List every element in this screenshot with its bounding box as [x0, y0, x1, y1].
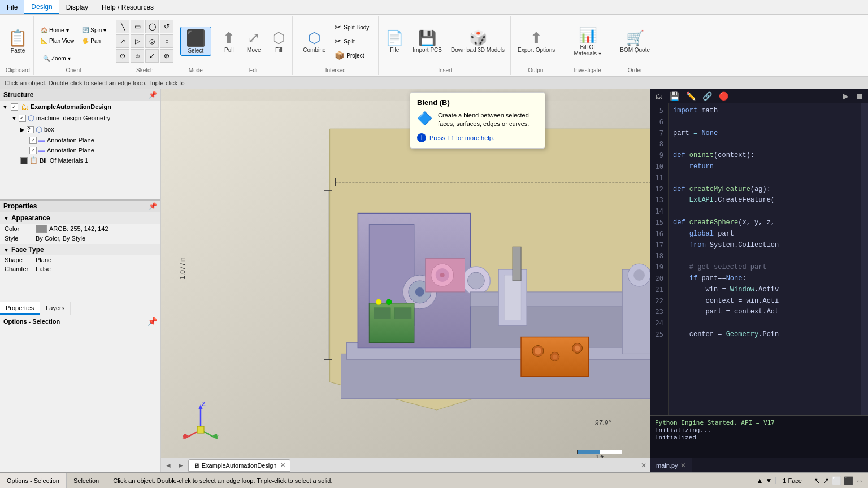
- face-type-expand-icon: ▼: [3, 247, 9, 253]
- sketch-tool-8[interactable]: ↕: [160, 34, 173, 48]
- shape-value: Plane: [36, 256, 51, 263]
- home-button[interactable]: 🏠 Home ▾: [37, 25, 77, 35]
- combine-button[interactable]: ⬡ Combine: [300, 27, 329, 55]
- menu-design[interactable]: Design: [24, 0, 59, 14]
- code-toolbar: 🗂 💾 ✏️ 🔗 🔴 ▶ ⏹: [650, 89, 868, 103]
- pan-button[interactable]: 🖐 Pan: [79, 36, 110, 46]
- sketch-tool-7[interactable]: ◎: [145, 34, 159, 48]
- tree-annotation-2[interactable]: ▬ Annotation Plane: [0, 145, 160, 155]
- bom-quote-button[interactable]: 🛒 BOM Quote: [617, 27, 653, 55]
- sketch-tool-2[interactable]: ▭: [131, 20, 144, 33]
- planview-button[interactable]: 📐 Plan View: [37, 36, 77, 46]
- zoom-button[interactable]: 🔍 Zoom ▾: [40, 54, 74, 63]
- cursor-icon-2[interactable]: ↗: [823, 476, 830, 485]
- face-type-header[interactable]: ▼ Face Type: [0, 244, 160, 255]
- tree-root[interactable]: ▼ 🗂 ExampleAutomationDesign: [0, 101, 160, 112]
- structure-pin[interactable]: 📌: [149, 91, 157, 99]
- spin-button[interactable]: 🔄 Spin ▾: [79, 25, 110, 35]
- bom-button[interactable]: 📊 Bill OfMaterials ▾: [571, 24, 605, 59]
- paste-button[interactable]: 📋 Paste: [5, 27, 31, 56]
- code-line-6: [669, 117, 861, 128]
- export-options-button[interactable]: ⬆ Export Options: [514, 27, 558, 55]
- tooltip-title: Blend (B): [417, 98, 538, 107]
- sketch-tool-10[interactable]: ⌾: [131, 49, 144, 63]
- menu-help[interactable]: Help / Resources: [95, 0, 160, 14]
- tab-nav-right[interactable]: ►: [176, 461, 186, 469]
- tab-layers[interactable]: Layers: [40, 302, 71, 315]
- chamfer-value: False: [36, 265, 51, 272]
- box-checkbox[interactable]: ?: [27, 126, 34, 133]
- tree-bom[interactable]: 📋 Bill Of Materials 1: [0, 155, 160, 165]
- bom-tree-checkbox[interactable]: [20, 157, 28, 164]
- appearance-header[interactable]: ▼ Appearance: [0, 212, 160, 224]
- split-button[interactable]: ✂ Split: [331, 35, 372, 47]
- code-line-5: import math: [669, 106, 861, 117]
- bom-icon: 📊: [579, 27, 597, 44]
- tab-nav-close[interactable]: ✕: [639, 461, 648, 469]
- fill-button[interactable]: ⬡ Fill: [267, 27, 290, 55]
- tab-properties[interactable]: Properties: [0, 302, 40, 315]
- menu-file[interactable]: File: [0, 0, 24, 14]
- svg-rect-11: [394, 308, 411, 319]
- tree-box[interactable]: ▶ ? ⬡ box: [0, 124, 160, 135]
- code-content-area[interactable]: 5 6 7 8 9 10 11 12 13 14 15 16 17 18 19 …: [650, 103, 868, 415]
- tree-annotation-1[interactable]: ▬ Annotation Plane: [0, 135, 160, 145]
- expand-icon: ▼: [2, 104, 8, 110]
- sketch-tool-4[interactable]: ↺: [160, 20, 173, 33]
- sketch-tool-11[interactable]: ↙: [145, 49, 159, 63]
- color-swatch[interactable]: [36, 225, 47, 233]
- code-tool-stop[interactable]: ⏹: [853, 90, 866, 102]
- nav-up-icon[interactable]: ▲: [757, 477, 763, 485]
- left-panel: Structure 📌 ▼ 🗂 ExampleAutomationDesign …: [0, 89, 161, 472]
- root-folder-icon: 🗂: [21, 102, 29, 111]
- cursor-icon-4[interactable]: ⬛: [844, 476, 853, 485]
- pull-button[interactable]: ⬆ Pull: [218, 27, 240, 55]
- tab-nav-left[interactable]: ◄: [163, 461, 173, 469]
- annotation1-checkbox[interactable]: [29, 137, 37, 144]
- code-line-22: context = win.Acti: [669, 296, 861, 307]
- menu-display[interactable]: Display: [59, 0, 95, 14]
- options-pin[interactable]: 📌: [147, 317, 157, 326]
- root-checkbox[interactable]: [11, 103, 18, 111]
- annotation2-checkbox[interactable]: [29, 147, 37, 154]
- sketch-tool-6[interactable]: ▷: [131, 34, 144, 48]
- file-button[interactable]: 📄 File: [382, 27, 407, 55]
- code-scrollbar[interactable]: [861, 103, 868, 415]
- project-button[interactable]: 📦 Project: [331, 49, 372, 62]
- code-tool-4[interactable]: 🔗: [700, 90, 714, 102]
- properties-pin[interactable]: 📌: [149, 202, 157, 210]
- code-tool-3[interactable]: ✏️: [684, 90, 698, 102]
- move-button[interactable]: ⤢ Move: [242, 27, 265, 55]
- viewport[interactable]: 1.077in 97.9° Blend (B) 🔷 Create a blend…: [161, 89, 650, 472]
- cursor-icon-1[interactable]: ↖: [814, 476, 821, 485]
- investigate-label: Investigate: [565, 66, 610, 73]
- code-tab-close[interactable]: ✕: [680, 461, 686, 469]
- select-button[interactable]: ⬛ Select: [180, 27, 211, 56]
- import-pcb-button[interactable]: 💾 Import PCB: [409, 27, 445, 55]
- sketch-tool-9[interactable]: ⊙: [116, 49, 129, 63]
- code-tool-2[interactable]: 💾: [667, 90, 682, 102]
- svg-text:Z: Z: [202, 402, 206, 407]
- viewport-tab-active[interactable]: 🖥 ExampleAutomationDesign ✕: [188, 459, 291, 472]
- cursor-icon-3[interactable]: ⬜: [832, 476, 841, 485]
- sketch-tool-1[interactable]: ╲: [116, 20, 129, 33]
- sketch-tool-5[interactable]: ↗: [116, 34, 129, 48]
- tab-close-btn[interactable]: ✕: [280, 461, 285, 469]
- face-type-label: Face Type: [11, 246, 44, 254]
- split-body-button[interactable]: ✂ Split Body: [331, 21, 372, 33]
- tree-machine-geometry[interactable]: ▼ ⬡ machine_design Geometry: [0, 112, 160, 124]
- nav-down-icon[interactable]: ▼: [765, 477, 772, 485]
- download-3d-button[interactable]: 🎲 Download 3D Models: [448, 27, 508, 55]
- root-label: ExampleAutomationDesign: [31, 103, 111, 110]
- sketch-tool-12[interactable]: ⊕: [160, 49, 173, 63]
- status-tab-options[interactable]: Options - Selection: [0, 473, 67, 488]
- options-label: Options - Selection: [3, 318, 60, 325]
- code-tool-5[interactable]: 🔴: [717, 90, 731, 102]
- code-tool-1[interactable]: 🗂: [653, 90, 665, 102]
- machine-checkbox[interactable]: [19, 115, 26, 122]
- sketch-tool-3[interactable]: ◯: [145, 20, 159, 33]
- cursor-icon-5[interactable]: ↔: [856, 476, 863, 485]
- status-tab-selection[interactable]: Selection: [67, 473, 106, 488]
- code-tab-main[interactable]: main.py ✕: [650, 458, 692, 472]
- code-tool-run[interactable]: ▶: [840, 90, 851, 102]
